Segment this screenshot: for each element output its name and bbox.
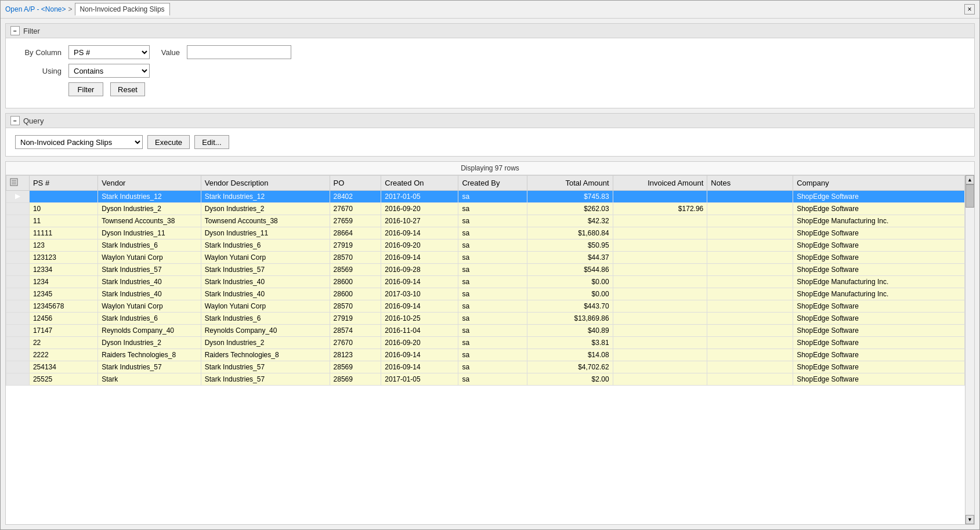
table-row[interactable]: 12345Stark Industries_40Stark Industries… (6, 288, 965, 300)
main-content: − Filter By Column PS # Vendor Vendor De… (1, 19, 979, 529)
cell-po: 28123 (330, 349, 381, 361)
row-arrow-cell (6, 361, 30, 373)
reset-button[interactable]: Reset (110, 82, 145, 96)
cell-vendor: Stark Industries_12 (98, 191, 201, 203)
row-arrow-cell (6, 349, 30, 361)
cell-invoicedamt (613, 373, 707, 386)
cell-ps: 123123 (29, 252, 97, 264)
using-select[interactable]: Contains Equals Starts With Ends With (68, 64, 150, 78)
table-row[interactable]: 1234Stark Industries_40Stark Industries_… (6, 276, 965, 288)
cell-company: ShopEdge Manufacturing Inc. (793, 276, 965, 288)
cell-vdesc: Dyson Industries_2 (201, 203, 330, 215)
cell-vendor: Dyson Industries_2 (98, 337, 201, 349)
cell-po: 27659 (330, 215, 381, 227)
table-row[interactable]: 17147Reynolds Company_40Reynolds Company… (6, 325, 965, 337)
table-row[interactable]: 254134Stark Industries_57Stark Industrie… (6, 361, 965, 373)
cell-ps: 11111 (29, 227, 97, 239)
grid-scroll[interactable]: PS # Vendor Vendor Description PO Create… (6, 175, 965, 524)
cell-totalamt: $2.00 (527, 373, 613, 386)
grid-display-info: Displaying 97 rows (6, 162, 974, 175)
col-header-vendor[interactable]: Vendor (98, 176, 201, 191)
col-header-icon (6, 176, 30, 191)
col-header-invoicedamt[interactable]: Invoiced Amount (613, 176, 707, 191)
execute-button[interactable]: Execute (147, 135, 190, 149)
col-header-vdesc[interactable]: Vendor Description (201, 176, 330, 191)
table-row[interactable]: ▶Stark Industries_12Stark Industries_122… (6, 191, 965, 203)
cell-po: 28569 (330, 373, 381, 386)
table-row[interactable]: 22Dyson Industries_2Dyson Industries_227… (6, 337, 965, 349)
table-row[interactable]: 11Townsend Accounts_38Townsend Accounts_… (6, 215, 965, 227)
table-row[interactable]: 12456Stark Industries_6Stark Industries_… (6, 313, 965, 325)
table-row[interactable]: 25525StarkStark Industries_57285692017-0… (6, 373, 965, 386)
cell-totalamt: $4,702.62 (527, 361, 613, 373)
col-header-createdon[interactable]: Created On (381, 176, 458, 191)
cell-createdby: sa (458, 337, 527, 349)
scrollbar-up-button[interactable]: ▲ (965, 175, 974, 184)
by-column-select[interactable]: PS # Vendor Vendor Description PO Create… (68, 45, 150, 59)
cell-createdby: sa (458, 252, 527, 264)
value-input[interactable] (187, 45, 291, 59)
table-row[interactable]: 2222Raiders Technologies_8Raiders Techno… (6, 349, 965, 361)
cell-po: 28570 (330, 252, 381, 264)
cell-createdby: sa (458, 203, 527, 215)
cell-po: 27670 (330, 337, 381, 349)
table-row[interactable]: 12334Stark Industries_57Stark Industries… (6, 264, 965, 276)
query-section-title: Query (23, 117, 44, 125)
cell-po: 28600 (330, 288, 381, 300)
col-header-po[interactable]: PO (330, 176, 381, 191)
cell-notes (707, 300, 793, 313)
close-button[interactable]: × (964, 4, 975, 14)
cell-notes (707, 191, 793, 203)
breadcrumb-link[interactable]: Open A/P - <None> (5, 5, 66, 13)
cell-po: 28569 (330, 361, 381, 373)
row-arrow-cell (6, 227, 30, 239)
filter-section-header[interactable]: − Filter (6, 24, 974, 38)
edit-button[interactable]: Edit... (194, 135, 229, 149)
cell-vdesc: Waylon Yutani Corp (201, 300, 330, 313)
table-row[interactable]: 10Dyson Industries_2Dyson Industries_227… (6, 203, 965, 215)
row-arrow-cell (6, 215, 30, 227)
cell-createdby: sa (458, 276, 527, 288)
cell-notes (707, 373, 793, 386)
table-row[interactable]: 11111Dyson Industries_11Dyson Industries… (6, 227, 965, 239)
table-row[interactable]: 123Stark Industries_6Stark Industries_62… (6, 239, 965, 252)
cell-createdby: sa (458, 373, 527, 386)
col-header-company[interactable]: Company (793, 176, 965, 191)
table-row[interactable]: 12345678Waylon Yutani CorpWaylon Yutani … (6, 300, 965, 313)
cell-company: ShopEdge Software (793, 227, 965, 239)
value-label: Value (157, 48, 180, 57)
cell-ps: 11 (29, 215, 97, 227)
filter-button[interactable]: Filter (68, 82, 103, 96)
scrollbar-thumb[interactable] (965, 184, 974, 208)
query-select[interactable]: Non-Invoiced Packing Slips (15, 135, 143, 149)
cell-po: 28664 (330, 227, 381, 239)
query-section-header[interactable]: − Query (6, 114, 974, 128)
cell-company: ShopEdge Software (793, 313, 965, 325)
cell-invoicedamt (613, 337, 707, 349)
cell-createdon: 2016-09-14 (381, 227, 458, 239)
cell-vdesc: Stark Industries_40 (201, 288, 330, 300)
col-header-ps[interactable]: PS # (29, 176, 97, 191)
scrollbar[interactable]: ▲ ▼ (965, 175, 974, 524)
filter-section-body: By Column PS # Vendor Vendor Description… (6, 38, 974, 108)
cell-invoicedamt (613, 300, 707, 313)
cell-vendor: Waylon Yutani Corp (98, 252, 201, 264)
cell-createdon: 2016-09-14 (381, 276, 458, 288)
cell-vendor: Stark Industries_6 (98, 239, 201, 252)
cell-createdby: sa (458, 215, 527, 227)
cell-company: ShopEdge Software (793, 264, 965, 276)
scrollbar-down-button[interactable]: ▼ (965, 515, 974, 524)
table-row[interactable]: 123123Waylon Yutani CorpWaylon Yutani Co… (6, 252, 965, 264)
cell-totalamt: $44.37 (527, 252, 613, 264)
active-tab[interactable]: Non-Invoiced Packing Slips (75, 3, 170, 16)
cell-createdon: 2016-09-20 (381, 203, 458, 215)
cell-createdon: 2016-09-20 (381, 239, 458, 252)
cell-po: 27919 (330, 313, 381, 325)
col-header-notes[interactable]: Notes (707, 176, 793, 191)
cell-totalamt: $0.00 (527, 288, 613, 300)
col-header-totalamt[interactable]: Total Amount (527, 176, 613, 191)
cell-createdby: sa (458, 300, 527, 313)
cell-notes (707, 203, 793, 215)
cell-ps: 12345 (29, 288, 97, 300)
col-header-createdby[interactable]: Created By (458, 176, 527, 191)
